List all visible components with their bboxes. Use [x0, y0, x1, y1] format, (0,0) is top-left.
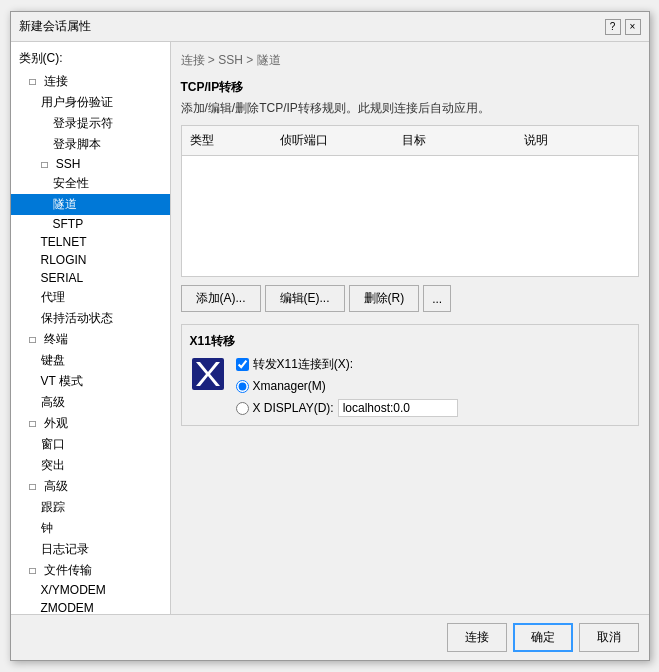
sidebar-item-advanced-terminal[interactable]: 高级 — [11, 392, 170, 413]
close-button[interactable]: × — [625, 19, 641, 35]
sidebar-item-label: 高级 — [42, 478, 70, 494]
sidebar-item-login-sign[interactable]: 登录提示符 — [11, 113, 170, 134]
ok-button[interactable]: 确定 — [513, 623, 573, 652]
expand-icon: □ — [27, 75, 39, 88]
col-listen-port: 侦听端口 — [272, 130, 394, 151]
x11-options: 转发X11连接到(X): Xmanager(M) X DISPLAY(D): — [236, 356, 458, 417]
sidebar-item-tunnel[interactable]: 隧道 — [11, 194, 170, 215]
sidebar-item-label: 安全性 — [51, 175, 91, 191]
col-desc: 说明 — [516, 130, 638, 151]
x11-title: X11转移 — [190, 333, 630, 350]
sidebar-item-trace[interactable]: 跟踪 — [11, 497, 170, 518]
sidebar-item-label: RLOGIN — [39, 252, 89, 268]
sidebar-item-xymodem[interactable]: X/YMODEM — [11, 581, 170, 599]
sidebar-item-sftp[interactable]: SFTP — [11, 215, 170, 233]
sidebar-item-ssh[interactable]: □ SSH — [11, 155, 170, 173]
sidebar-item-label: 连接 — [42, 73, 70, 89]
sidebar-item-label: 突出 — [39, 457, 67, 473]
dialog-title: 新建会话属性 — [19, 18, 91, 35]
connect-button[interactable]: 连接 — [447, 623, 507, 652]
sidebar-item-label: 外观 — [42, 415, 70, 431]
help-button[interactable]: ? — [605, 19, 621, 35]
table-header: 类型 侦听端口 目标 说明 — [182, 126, 638, 156]
expand-icon: □ — [39, 158, 51, 171]
right-panel: 连接 > SSH > 隧道 TCP/IP转移 添加/编辑/删除TCP/IP转移规… — [171, 42, 649, 614]
sidebar-item-label: 登录脚本 — [51, 136, 103, 152]
x11-inner: 转发X11连接到(X): Xmanager(M) X DISPLAY(D): — [190, 356, 630, 417]
forward-x11-row: 转发X11连接到(X): — [236, 356, 458, 373]
sidebar-item-label: SERIAL — [39, 270, 86, 286]
sidebar-item-keepalive[interactable]: 保持活动状态 — [11, 308, 170, 329]
left-panel: 类别(C): □ 连接 用户身份验证 登录提示符 登录脚本 □ SSH 安全性 — [11, 42, 171, 614]
xdisplay-row: X DISPLAY(D): — [236, 399, 458, 417]
sidebar-item-label: 代理 — [39, 289, 67, 305]
x11-section: X11转移 转发X11连接到(X): — [181, 324, 639, 426]
sidebar-item-label: SSH — [54, 156, 83, 172]
x11-icon — [190, 356, 226, 392]
sidebar-item-login-script[interactable]: 登录脚本 — [11, 134, 170, 155]
edit-button[interactable]: 编辑(E)... — [265, 285, 345, 312]
sidebar-item-label: 跟踪 — [39, 499, 67, 515]
sidebar-item-label: 用户身份验证 — [39, 94, 115, 110]
sidebar-item-label: 窗口 — [39, 436, 67, 452]
xdisplay-input[interactable] — [338, 399, 458, 417]
sidebar-item-appearance[interactable]: □ 外观 — [11, 413, 170, 434]
sidebar-item-label: 键盘 — [39, 352, 67, 368]
table-buttons: 添加(A)... 编辑(E)... 删除(R) ... — [181, 285, 639, 312]
title-bar-buttons: ? × — [605, 19, 641, 35]
sidebar-item-label: 保持活动状态 — [39, 310, 115, 326]
sidebar-item-user-auth[interactable]: 用户身份验证 — [11, 92, 170, 113]
tcp-section-title: TCP/IP转移 — [181, 79, 639, 96]
expand-icon: □ — [27, 333, 39, 346]
xdisplay-label: X DISPLAY(D): — [253, 401, 334, 415]
expand-icon: □ — [27, 480, 39, 493]
breadcrumb: 连接 > SSH > 隧道 — [181, 52, 639, 69]
sidebar-item-file-transfer[interactable]: □ 文件传输 — [11, 560, 170, 581]
sidebar-item-label: SFTP — [51, 216, 86, 232]
expand-icon: □ — [27, 564, 39, 577]
xmanager-label: Xmanager(M) — [253, 379, 326, 393]
dialog-body: 类别(C): □ 连接 用户身份验证 登录提示符 登录脚本 □ SSH 安全性 — [11, 42, 649, 614]
forward-x11-checkbox[interactable] — [236, 358, 249, 371]
sidebar-item-highlight[interactable]: 突出 — [11, 455, 170, 476]
sidebar-item-zmodem[interactable]: ZMODEM — [11, 599, 170, 614]
sidebar-item-label: 日志记录 — [39, 541, 91, 557]
sidebar-item-label: VT 模式 — [39, 373, 85, 389]
table-body — [182, 156, 638, 276]
forward-x11-label: 转发X11连接到(X): — [253, 356, 354, 373]
title-bar: 新建会话属性 ? × — [11, 12, 649, 42]
sidebar-item-telnet[interactable]: TELNET — [11, 233, 170, 251]
col-type: 类型 — [182, 130, 272, 151]
sidebar-item-connect[interactable]: □ 连接 — [11, 71, 170, 92]
sidebar-item-label: TELNET — [39, 234, 89, 250]
tcp-section-desc: 添加/编辑/删除TCP/IP转移规则。此规则连接后自动应用。 — [181, 100, 639, 117]
xmanager-radio[interactable] — [236, 380, 249, 393]
tcp-table: 类型 侦听端口 目标 说明 — [181, 125, 639, 277]
cancel-button[interactable]: 取消 — [579, 623, 639, 652]
sidebar-item-window[interactable]: 窗口 — [11, 434, 170, 455]
category-label: 类别(C): — [11, 46, 170, 71]
sidebar-item-proxy[interactable]: 代理 — [11, 287, 170, 308]
sidebar-item-label: 终端 — [42, 331, 70, 347]
xdisplay-radio[interactable] — [236, 402, 249, 415]
sidebar-item-label: ZMODEM — [39, 600, 96, 614]
sidebar-item-rlogin[interactable]: RLOGIN — [11, 251, 170, 269]
sidebar-item-log[interactable]: 日志记录 — [11, 539, 170, 560]
xmanager-icon — [192, 358, 224, 390]
sidebar-item-bell[interactable]: 钟 — [11, 518, 170, 539]
sidebar-item-vt-mode[interactable]: VT 模式 — [11, 371, 170, 392]
delete-button[interactable]: 删除(R) — [349, 285, 420, 312]
sidebar-item-terminal[interactable]: □ 终端 — [11, 329, 170, 350]
dialog-window: 新建会话属性 ? × 类别(C): □ 连接 用户身份验证 登录提示符 登录脚本 — [10, 11, 650, 661]
sidebar-item-advanced[interactable]: □ 高级 — [11, 476, 170, 497]
bottom-bar: 连接 确定 取消 — [11, 614, 649, 660]
sidebar-item-keyboard[interactable]: 键盘 — [11, 350, 170, 371]
sidebar-item-label: X/YMODEM — [39, 582, 108, 598]
more-button[interactable]: ... — [423, 285, 451, 312]
sidebar-item-label: 隧道 — [51, 196, 79, 212]
sidebar-item-serial[interactable]: SERIAL — [11, 269, 170, 287]
sidebar-item-security[interactable]: 安全性 — [11, 173, 170, 194]
xmanager-row: Xmanager(M) — [236, 379, 458, 393]
add-button[interactable]: 添加(A)... — [181, 285, 261, 312]
sidebar-item-label: 钟 — [39, 520, 55, 536]
